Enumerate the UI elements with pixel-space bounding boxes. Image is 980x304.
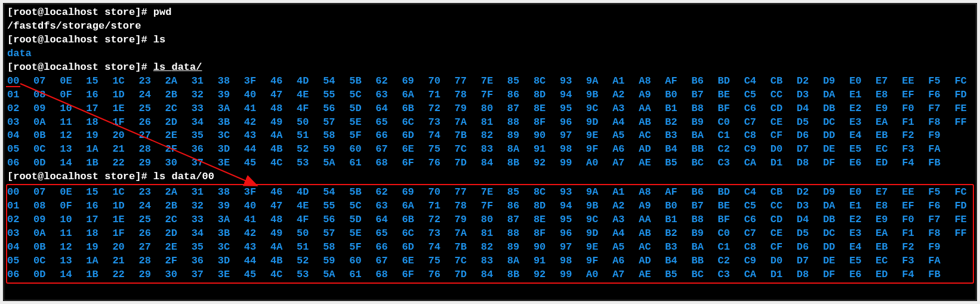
dir-entry: CB (771, 186, 797, 199)
dir-entry: B7 (691, 199, 717, 213)
dir-entry: E9 (876, 213, 902, 227)
dir-entry: 87 (507, 213, 534, 227)
dir-entry: 6F (402, 156, 428, 170)
dir-entry: 81 (481, 227, 507, 241)
dir-entry: 05 (7, 254, 33, 268)
dir-entry: B4 (665, 143, 691, 156)
dir-entry: 79 (455, 102, 481, 116)
dir-entry: C2 (718, 143, 744, 156)
dir-entry: D4 (797, 102, 823, 116)
dir-entry: C5 (744, 88, 771, 102)
dir-entry: E7 (876, 186, 902, 199)
dir-entry: 52 (297, 254, 323, 268)
dir-entry: 52 (297, 143, 323, 156)
dir-entry: AC (639, 241, 665, 254)
dir-entry: 32 (192, 88, 218, 102)
dir-entry: 1F (112, 116, 138, 130)
dir-entry: 23 (138, 186, 165, 199)
dir-row: 020910171E252C333A41484F565D646B72798087… (7, 213, 973, 227)
dir-entry: 8A (507, 254, 534, 268)
prompt-line-2: [root@localhost store]# ls (7, 33, 973, 47)
dir-entry: DA (823, 88, 849, 102)
dir-entry: 80 (481, 213, 507, 227)
dir-entry: A4 (612, 116, 639, 130)
dir-entry: 6D (402, 129, 428, 143)
dir-entry: B2 (665, 227, 691, 241)
dir-entry (954, 268, 977, 282)
dir-entry: 61 (349, 156, 375, 170)
output-data-dir: data (7, 47, 973, 61)
dir-entry: E5 (849, 254, 876, 268)
dir-entry: BC (691, 156, 717, 170)
dir-entry: BA (691, 241, 717, 254)
dir-entry: BD (718, 75, 744, 88)
dir-entry: B9 (691, 227, 717, 241)
dir-entry: 55 (323, 88, 349, 102)
dir-entry: D0 (771, 143, 797, 156)
dir-entry: D3 (797, 199, 823, 213)
dir-entry: 7D (455, 156, 481, 170)
dir-entry: D6 (797, 129, 823, 143)
dir-entry: 08 (33, 199, 60, 213)
dir-entry: 2B (165, 199, 192, 213)
dir-entry: 3A (218, 102, 244, 116)
dir-entry: 4B (270, 143, 297, 156)
dir-entry: 1D (112, 199, 138, 213)
dir-entry: 0F (60, 88, 86, 102)
dir-entry: 4A (270, 129, 297, 143)
dir-entry: DB (823, 102, 849, 116)
dir-entry: 28 (138, 143, 165, 156)
dir-entry: 53 (297, 156, 323, 170)
dir-entry: 54 (323, 75, 349, 88)
dir-entry: AC (639, 129, 665, 143)
dir-entry: C9 (744, 254, 771, 268)
dir-entry: 2C (165, 213, 192, 227)
dir-entry: C7 (744, 227, 771, 241)
dir-entry: DC (823, 116, 849, 130)
dir-entry: F3 (902, 143, 928, 156)
dir-row: 00070E151C232A31383F464D545B626970777E85… (7, 75, 973, 88)
dir-entry: 0C (33, 254, 60, 268)
dir-entry: 3F (244, 75, 270, 88)
dir-entry: F7 (928, 102, 954, 116)
dir-entry: 31 (192, 186, 218, 199)
dir-entry: 84 (481, 268, 507, 282)
dir-entry: 39 (218, 199, 244, 213)
dir-entry: EB (876, 241, 902, 254)
dir-entry: A3 (612, 102, 639, 116)
dir-entry: AF (665, 75, 691, 88)
dir-entry: D6 (797, 241, 823, 254)
dir-entry: 0D (33, 156, 60, 170)
dir-entry: 58 (323, 129, 349, 143)
dir-entry: 43 (244, 241, 270, 254)
dir-entry: 7A (455, 227, 481, 241)
dir-entry: 3E (218, 156, 244, 170)
dir-entry: DF (823, 156, 849, 170)
dir-entry: 56 (323, 102, 349, 116)
dir-entry: 29 (138, 156, 165, 170)
dir-entry: 8F (534, 227, 560, 241)
dir-entry: F6 (928, 199, 954, 213)
dir-entry: FA (928, 143, 954, 156)
dir-entry: 1E (112, 102, 138, 116)
dir-entry: CA (744, 268, 771, 282)
terminal[interactable]: { "prompt": "[root@localhost store]# ", … (3, 3, 977, 301)
dir-entry: B3 (665, 129, 691, 143)
dir-entry: 96 (560, 227, 586, 241)
dir-entry: F9 (928, 129, 954, 143)
dir-entry: 9A (586, 186, 612, 199)
dir-entry: C6 (744, 102, 771, 116)
dir-entry: 57 (323, 116, 349, 130)
dir-entry (954, 254, 977, 268)
dir-entry: 73 (429, 116, 455, 130)
dir-entry: 65 (375, 227, 402, 241)
dir-entry: 09 (33, 102, 60, 116)
dir-entry: 62 (375, 75, 402, 88)
dir-entry: F0 (902, 213, 928, 227)
dir-entry: C0 (718, 116, 744, 130)
dir-entry: 92 (534, 268, 560, 282)
dir-entry: 5A (323, 268, 349, 282)
dir-entry: 29 (138, 268, 165, 282)
dir-entry: 07 (33, 186, 60, 199)
dir-entry: 66 (375, 129, 402, 143)
